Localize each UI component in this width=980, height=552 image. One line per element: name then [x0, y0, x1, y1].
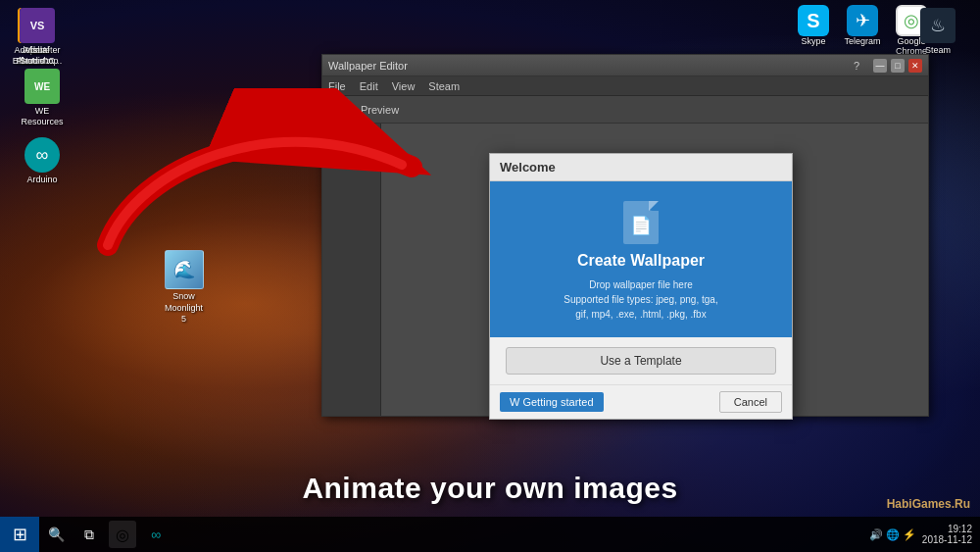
wd-footer: W Getting started Cancel	[490, 384, 792, 419]
we-sidebar	[322, 124, 381, 416]
we-close-btn[interactable]: ✕	[908, 59, 922, 73]
wd-cancel-button[interactable]: Cancel	[719, 391, 782, 413]
we-maximize-btn[interactable]: □	[891, 59, 905, 73]
desktop-file-snow-moonlight[interactable]: 🌊 SnowMoonlight5	[152, 250, 216, 326]
we-toolbar: ← Preview	[322, 96, 928, 124]
we-window-title: Wallpaper Editor	[328, 60, 408, 72]
we-minimize-btn[interactable]: —	[873, 59, 887, 73]
we-menu-steam[interactable]: Steam	[428, 80, 460, 92]
desktop-icon-vs[interactable]: VS VisualStudio ...	[8, 8, 67, 67]
wd-create-area[interactable]: 📄 Create Wallpaper Drop wallpaper file h…	[490, 181, 792, 337]
wd-body: 📄 Create Wallpaper Drop wallpaper file h…	[490, 181, 792, 419]
taskbar: ⊞ 🔍 ⧉ ◎ ∞ 🔊 🌐 ⚡ 19:12 2018-11-12	[0, 517, 980, 552]
welcome-dialog: Welcome 📄 Create Wallpaper Drop wallpape…	[489, 153, 793, 420]
desktop-icon-telegram-label: Telegram	[844, 36, 880, 46]
desktop-icon-steam-right[interactable]: ♨ Steam	[904, 8, 972, 56]
wd-create-wallpaper-label: Create Wallpaper	[577, 252, 705, 270]
desktop-icon-arduino[interactable]: ∞ Arduino	[8, 137, 76, 185]
bottom-overlay-text: Animate your own images	[0, 472, 980, 505]
taskbar-icon-chrome-taskbar[interactable]: ◎	[109, 521, 136, 548]
taskbar-start-button[interactable]: ⊞	[0, 517, 39, 552]
wd-getting-started-button[interactable]: W Getting started	[500, 392, 604, 412]
we-body: Welcome 📄 Create Wallpaper Drop wallpape…	[322, 124, 928, 416]
watermark: HabiGames.Ru	[887, 497, 970, 511]
wd-file-icon: 📄	[623, 201, 659, 244]
desktop-icon-skype[interactable]: S Skype	[789, 5, 838, 46]
we-back-btn[interactable]: ←	[328, 99, 350, 121]
wd-dialog-title: Welcome	[500, 160, 556, 175]
we-menu-view[interactable]: View	[392, 80, 416, 92]
we-menubar: File Edit View Steam	[322, 76, 928, 96]
desktop-icon-we-resources[interactable]: WE WEResources	[8, 69, 76, 127]
desktop: 🖥️ pc Ai AdobeIllustrator Ae Adobe After…	[0, 0, 980, 552]
we-menu-file[interactable]: File	[328, 80, 346, 92]
wd-use-template-button[interactable]: Use a Template	[506, 347, 776, 375]
we-window-controls: ? — □ ✕	[850, 59, 922, 73]
desktop-file-label: SnowMoonlight5	[165, 291, 203, 326]
wd-template-area: Use a Template	[490, 337, 792, 384]
desktop-icon-vs-label: VisualStudio ...	[20, 45, 55, 67]
taskbar-date: 2018-11-12	[922, 534, 972, 545]
desktop-icon-skype-label: Skype	[801, 36, 825, 46]
taskbar-system-icons: 🔊 🌐 ⚡	[869, 528, 916, 541]
file-icon-image: 🌊	[165, 250, 204, 289]
desktop-icon-telegram[interactable]: ✈ Telegram	[838, 5, 887, 46]
desktop-icon-arduino-label: Arduino	[26, 175, 57, 185]
we-content: Welcome 📄 Create Wallpaper Drop wallpape…	[381, 124, 928, 416]
we-preview-label: Preview	[361, 104, 399, 116]
taskbar-icon-task-view[interactable]: ⧉	[75, 521, 103, 548]
taskbar-time: 19:12	[948, 524, 972, 534]
we-menu-edit[interactable]: Edit	[360, 80, 378, 92]
taskbar-right: 🔊 🌐 ⚡ 19:12 2018-11-12	[869, 524, 980, 545]
wallpaper-editor-window: Wallpaper Editor ? — □ ✕ File Edit View …	[321, 54, 929, 417]
desktop-icon-we-label: WEResources	[21, 106, 63, 127]
wd-titlebar: Welcome	[490, 154, 792, 181]
wd-drop-text: Drop wallpaper file here Supported file …	[564, 277, 717, 322]
taskbar-icon-arduino-taskbar[interactable]: ∞	[142, 521, 170, 548]
we-titlebar: Wallpaper Editor ? — □ ✕	[322, 55, 928, 76]
we-help-btn[interactable]: ?	[850, 59, 863, 73]
taskbar-icon-search[interactable]: 🔍	[42, 521, 70, 548]
